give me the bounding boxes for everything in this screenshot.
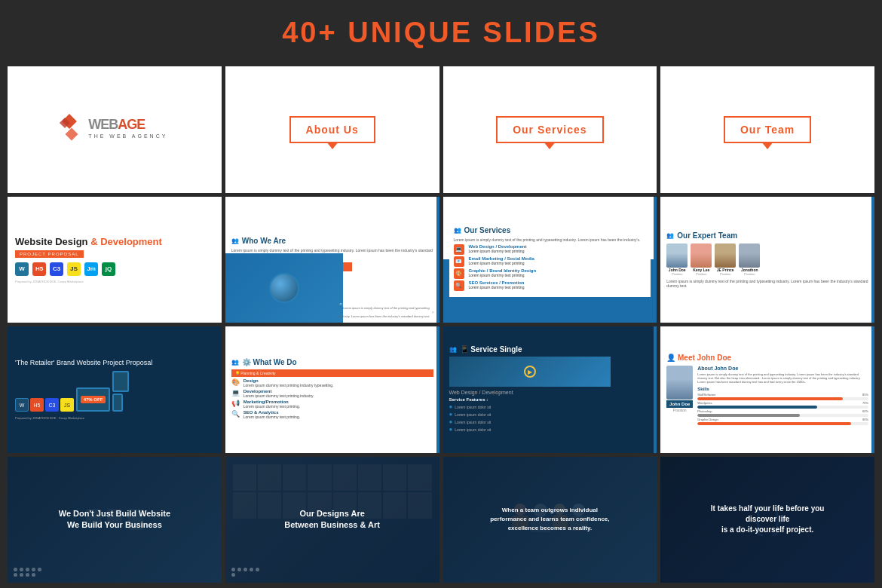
joomla-icon: Jm bbox=[84, 262, 98, 276]
retailer-footer: Prepared by JONATHON DOE · Casey Marketp… bbox=[15, 416, 214, 420]
d12 bbox=[243, 568, 247, 571]
skill-1-fill bbox=[697, 397, 843, 400]
slide-services-detail: Our Services Lorem ipsum is simply dummy… bbox=[443, 197, 657, 323]
team-description: Lorem ipsum is simply dummy text of the … bbox=[666, 279, 868, 288]
skill-4-bar bbox=[697, 422, 868, 425]
service-email: 📧 Email Marketing / Social Media Lorem i… bbox=[454, 256, 647, 267]
globe-image bbox=[225, 253, 343, 323]
keny-photo bbox=[691, 243, 712, 268]
slide-team-confidence: When a team outgrows individualperforman… bbox=[443, 457, 657, 583]
service-features: Service Features : ● Lorem ipsum dolor s… bbox=[449, 397, 651, 433]
john-name: John Doe bbox=[666, 268, 688, 272]
skill-4: Graphic Design90% bbox=[697, 418, 868, 425]
marketing-desc: Lorem ipsum dummy text printing. bbox=[243, 404, 300, 409]
monitor-device: 47% OFF bbox=[76, 387, 110, 412]
services-intro: Lorem ipsum is simply dummy text of the … bbox=[454, 237, 647, 242]
slides-grid: WEB AGE THE WEB AGENCY About Us Our Serv… bbox=[0, 63, 882, 588]
person-icon: 👤 bbox=[666, 354, 675, 362]
seo-desc: Lorem ipsum dummy text printing bbox=[469, 285, 525, 289]
web-design-title: Website Design & Development bbox=[15, 236, 162, 247]
build-website-content: We Don't Just Build WebsiteWe Build Your… bbox=[51, 501, 178, 539]
skill-4-label: Graphic Design90% bbox=[697, 418, 868, 421]
our-services-label: Our Services bbox=[496, 116, 603, 143]
seo-analytics-service: 🔍 SEO & Analytics Lorem ipsum dummy text… bbox=[231, 410, 433, 419]
features-label: Service Features : bbox=[449, 397, 651, 402]
development-service: 💻 Development Lorem ipsum dummy text pri… bbox=[231, 389, 433, 398]
skill-3-fill bbox=[697, 414, 800, 417]
prince-role: Position bbox=[715, 272, 736, 276]
design-icon: 🎨 bbox=[231, 378, 240, 386]
d6 bbox=[14, 573, 17, 577]
prince-photo bbox=[715, 243, 736, 268]
dot-3: ● bbox=[449, 418, 453, 425]
keny-role: Position bbox=[691, 272, 712, 276]
expert-team-title: Our Expert Team bbox=[666, 231, 868, 240]
person-photo-area: John Doe Position bbox=[666, 366, 693, 426]
service-single-subtitle: Web Design / Development bbox=[449, 390, 651, 395]
team-blue-accent bbox=[871, 197, 874, 323]
device-mockups: W H5 C3 JS 47% OFF bbox=[15, 371, 214, 412]
person-role-badge: Position bbox=[666, 408, 693, 412]
dev-icon: 💻 bbox=[231, 389, 240, 397]
john-role: Position bbox=[666, 272, 688, 276]
graphic-desc: Lorem ipsum dummy text printing bbox=[469, 273, 537, 277]
js-tech-icon: JS bbox=[60, 398, 74, 412]
dot-4: ● bbox=[449, 426, 453, 433]
slide-build-website: We Don't Just Build WebsiteWe Build Your… bbox=[8, 457, 222, 583]
service-graphic: 🎨 Graphic / Brand Identity Design Lorem … bbox=[454, 268, 647, 279]
service-blue-accent bbox=[654, 326, 657, 453]
d10 bbox=[231, 568, 235, 571]
dots-deco-2 bbox=[231, 568, 260, 577]
meet-blue-accent bbox=[871, 326, 874, 453]
feature-4: ● Lorem ipsum dolor sit bbox=[449, 426, 651, 433]
slide-what-we-do: ⚙️ What We Do 💡 Planning & Creativity 🎨 … bbox=[225, 326, 439, 453]
person-photo bbox=[666, 366, 693, 400]
retailer-title: 'The Retailer' Brand Website Project Pro… bbox=[15, 359, 214, 366]
feature-2: ● Lorem ipsum dolor sit bbox=[449, 411, 651, 418]
john-photo bbox=[666, 243, 688, 268]
css-icon: C3 bbox=[50, 262, 63, 276]
keny-name: Keny Lee bbox=[691, 268, 712, 272]
slide-quote: " Lorem ipsum is simply dummy text of th… bbox=[339, 302, 436, 319]
prince-name: JE Prince bbox=[715, 268, 736, 272]
main-title: 40+ UNIQUE SLIDES bbox=[0, 0, 882, 63]
planning-strip: 💡 Planning & Creativity bbox=[231, 369, 433, 377]
blue-accent-bar bbox=[436, 197, 439, 323]
d3 bbox=[26, 568, 29, 571]
d13 bbox=[250, 568, 253, 571]
skill-2-label: Wordpress70% bbox=[697, 401, 868, 405]
wp-icon: W bbox=[15, 398, 29, 412]
team-member-jonathon: Jonathon Position bbox=[739, 243, 760, 276]
team-member-keny: Keny Lee Position bbox=[691, 243, 712, 276]
slide-retailer: 'The Retailer' Brand Website Project Pro… bbox=[8, 326, 222, 453]
skill-3-label: Photoshop60% bbox=[697, 409, 868, 413]
slide-meet-person: 👤 Meet John Doe John Doe Position About … bbox=[660, 326, 874, 453]
web-desc: Lorem ipsum dummy text printing bbox=[469, 249, 527, 253]
slide-our-team-title: Our Team bbox=[660, 66, 874, 193]
about-john-label: About John Doe bbox=[697, 366, 868, 371]
team-member-john: John Doe Position bbox=[666, 243, 688, 276]
slide-diy-quote: { } It takes half your life before youdi… bbox=[660, 457, 874, 583]
tablet-device bbox=[112, 371, 129, 392]
web-icon: 💻 bbox=[454, 244, 464, 255]
team-confidence-content: When a team outgrows individualperforman… bbox=[482, 498, 617, 541]
skill-4-fill bbox=[697, 422, 851, 425]
seo-analytics-desc: Lorem ipsum dummy text printing. bbox=[243, 415, 300, 419]
jonathon-photo bbox=[739, 243, 760, 268]
design-service: 🎨 Design Lorem ipsum dummy text printing… bbox=[231, 378, 433, 387]
d14 bbox=[256, 568, 259, 571]
feature-3: ● Lorem ipsum dolor sit bbox=[449, 418, 651, 425]
skill-3-bar bbox=[697, 414, 868, 417]
designs-art-content: Our Designs AreBetween Business & Art bbox=[277, 501, 387, 539]
service-image-box: ▶ bbox=[449, 357, 611, 387]
build-website-title: We Don't Just Build WebsiteWe Build Your… bbox=[59, 508, 170, 531]
about-us-label: About Us bbox=[289, 116, 375, 143]
slide-service-single: 📱 Service Single ▶ Web Design / Developm… bbox=[443, 326, 657, 453]
slide-logo: WEB AGE THE WEB AGENCY bbox=[8, 66, 222, 193]
seo-analytics-icon: 🔍 bbox=[231, 410, 240, 418]
what-blue-accent bbox=[436, 326, 439, 453]
small-devices bbox=[112, 371, 129, 412]
play-button[interactable]: ▶ bbox=[524, 366, 536, 378]
service-seo: 🔍 SEO Services / Promotion Lorem ipsum d… bbox=[454, 280, 647, 291]
meet-header: 👤 Meet John Doe bbox=[666, 354, 868, 362]
